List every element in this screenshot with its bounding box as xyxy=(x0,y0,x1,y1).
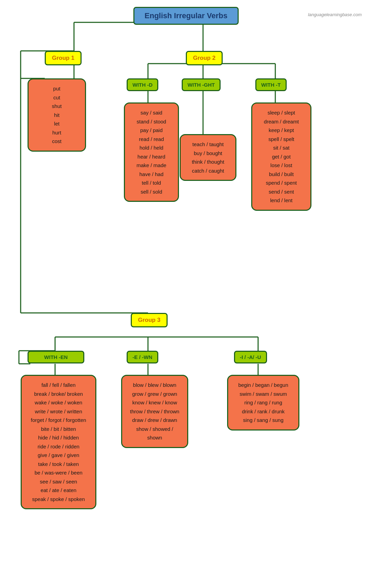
e-wn-label: -E / -WN xyxy=(127,351,158,363)
i-a-u-verbs-box: begin / began / begunswim / swam / swumr… xyxy=(227,375,299,431)
diagram: English Irregular Verbs Group 1 Group 2 … xyxy=(0,0,372,21)
with-en-label: WITH -EN xyxy=(28,351,84,363)
with-d-label: WITH -D xyxy=(127,78,158,91)
title: English Irregular Verbs xyxy=(133,7,239,25)
group2-label: Group 2 xyxy=(186,51,223,65)
i-a-u-label: -I / -A/ -U xyxy=(234,351,267,363)
with-d-verbs-box: say / saidstand / stoodpay / paidread / … xyxy=(124,102,179,202)
group3-label: Group 3 xyxy=(131,313,168,327)
with-en-verbs-box: fall / fell / fallenbreak / broke/ broke… xyxy=(21,375,96,509)
footer: languagelearningbase.com xyxy=(308,12,362,17)
group1-verbs-box: putcutshuthitlethurtcost xyxy=(28,78,86,152)
group1-label: Group 1 xyxy=(45,51,82,65)
e-wn-verbs-box: blow / blew / blowngrow / grew / grownkn… xyxy=(121,375,188,448)
with-t-verbs-box: sleep / sleptdream / dreamtkeep / keptsp… xyxy=(251,102,311,211)
with-t-label: WITH -T xyxy=(255,78,287,91)
with-ght-verbs-box: teach / taughtbuy / boughtthink / though… xyxy=(180,134,236,181)
with-ght-label: WITH -GHT xyxy=(182,78,221,91)
